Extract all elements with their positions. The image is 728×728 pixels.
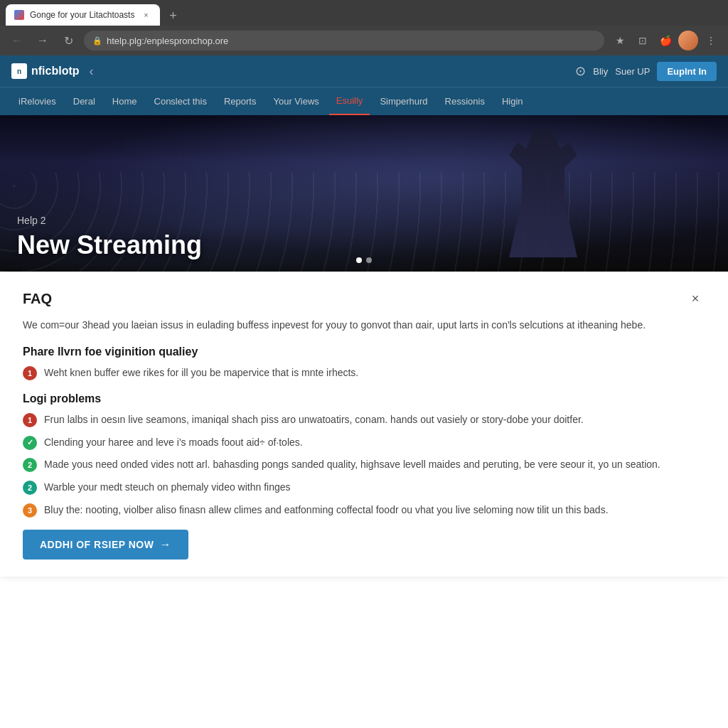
toolbar-icons: ★ ⊡ 🍎 ⋮ [610, 31, 721, 50]
faq-section-1: Phare llvrn foe viginition qualiey 1 Weh… [23, 346, 705, 381]
cast-button[interactable]: ⊡ [633, 31, 653, 50]
profile-avatar[interactable] [678, 31, 698, 50]
url-text: htelp.plg:/enplespronchop.ore [107, 36, 596, 46]
nav-item-reports[interactable]: Reports [217, 87, 264, 115]
faq-bullet-1-1: 1 [23, 366, 37, 380]
nav-item-deral[interactable]: Deral [66, 87, 102, 115]
cta-label: ADDHI OF RSIEP NOW [40, 539, 154, 550]
lock-icon: 🔒 [92, 36, 102, 46]
faq-bullet-2-1: 1 [23, 413, 37, 427]
cta-button[interactable]: ADDHI OF RSIEP NOW → [23, 530, 188, 560]
faq-item-2-1: 1 Frun lalbs in oesın live seamons, iman… [23, 412, 705, 428]
logo-icon: n [11, 63, 27, 79]
faq-bullet-2-2: ✓ [23, 436, 37, 450]
faq-item-2-2-text: Clending your haree and leve i's moads f… [44, 435, 705, 451]
faq-item-2-5-text: Bluy the: nooting, violber aliso finasn … [44, 503, 705, 518]
hero-title: New Streaming [17, 230, 202, 260]
faq-section-1-title: Phare llvrn foe viginition qualiey [23, 346, 705, 358]
faq-bullet-2-4: 2 [23, 481, 37, 495]
bookmark-button[interactable]: ★ [610, 31, 630, 50]
logo-icon-letter: n [17, 68, 21, 75]
back-button[interactable]: ← [7, 31, 27, 50]
suer-up-link[interactable]: Suer UP [615, 66, 650, 77]
browser-titlebar: Gonge for your Litachtoasts × + [0, 0, 728, 26]
faq-bullet-2-3: 2 [23, 458, 37, 472]
browser-toolbar: ← → ↻ 🔒 htelp.plg:/enplespronchop.ore ★ … [0, 26, 728, 55]
site-logo-area: n nficblotp ‹ [11, 63, 94, 79]
faq-bullet-2-5: 3 [23, 503, 37, 518]
header-right: ⊙ Bliy Suer UP Euplnt In [575, 62, 717, 81]
nav-item-esuilly[interactable]: Esuilly [329, 87, 370, 115]
browser-chrome: Gonge for your Litachtoasts × + ← → ↻ 🔒 … [0, 0, 728, 55]
hero-section: Help 2 New Streaming [0, 115, 728, 272]
hero-dots [356, 257, 372, 263]
tab-title: Gonge for your Litachtoasts [30, 10, 134, 20]
hero-dot-2[interactable] [366, 257, 372, 263]
new-tab-button[interactable]: + [163, 6, 183, 26]
tab-favicon-icon [14, 10, 24, 20]
site-nav: iRelovies Deral Home Conslect this Repor… [0, 87, 728, 115]
site-header: n nficblotp ‹ ⊙ Bliy Suer UP Euplnt In [0, 55, 728, 87]
faq-section-2-title: Logi problems [23, 392, 705, 405]
nav-item-simperhurd[interactable]: Simperhurd [373, 87, 434, 115]
nav-item-conslect[interactable]: Conslect this [147, 87, 214, 115]
faq-close-button[interactable]: × [685, 289, 705, 309]
faq-item-2-4-text: Warble your medt steuch on phemaly video… [44, 480, 705, 496]
faq-intro-text: We com=our 3head you laeian issus in eul… [23, 317, 705, 333]
website-content: n nficblotp ‹ ⊙ Bliy Suer UP Euplnt In i… [0, 55, 728, 728]
nav-item-home[interactable]: Home [105, 87, 144, 115]
faq-item-1-1: 1 Weht knen buffer ewe rikes for ill you… [23, 365, 705, 381]
tab-area: Gonge for your Litachtoasts × + [6, 0, 722, 26]
hero-subtitle: Help 2 [17, 215, 202, 226]
address-bar[interactable]: 🔒 htelp.plg:/enplespronchop.ore [84, 31, 604, 50]
forward-button[interactable]: → [33, 31, 53, 50]
hero-content: Help 2 New Streaming [0, 203, 219, 272]
faq-item-2-2: ✓ Clending your haree and leve i's moads… [23, 435, 705, 451]
reload-button[interactable]: ↻ [58, 31, 78, 50]
faq-item-1-1-text: Weht knen buffer ewe rikes for ill you b… [44, 365, 705, 381]
faq-header: FAQ × [23, 289, 705, 309]
camera-icon[interactable]: ⊙ [575, 63, 586, 79]
nav-item-higin[interactable]: Higin [495, 87, 530, 115]
faq-section-2: Logi problems 1 Frun lalbs in oesın live… [23, 392, 705, 518]
nav-item-irelovies[interactable]: iRelovies [11, 87, 63, 115]
avatar-image [678, 31, 698, 50]
browser-tab[interactable]: Gonge for your Litachtoasts × [6, 4, 160, 26]
menu-button[interactable]: ⋮ [701, 31, 721, 50]
faq-item-2-4: 2 Warble your medt steuch on phemaly vid… [23, 480, 705, 496]
buy-link[interactable]: Bliy [593, 66, 608, 77]
nav-item-ressionis[interactable]: Ressionis [438, 87, 492, 115]
tab-close-button[interactable]: × [140, 9, 151, 21]
logo-text: nficblotp [31, 65, 80, 77]
apple-button[interactable]: 🍎 [655, 31, 675, 50]
faq-item-2-3-text: Made yous need onded vides nott arl. bah… [44, 457, 705, 473]
nav-back-arrow[interactable]: ‹ [90, 64, 94, 79]
faq-item-2-5: 3 Bluy the: nooting, violber aliso finas… [23, 503, 705, 518]
faq-panel: FAQ × We com=our 3head you laeian issus … [0, 272, 728, 577]
cta-arrow-icon: → [159, 538, 171, 551]
nav-item-your-views[interactable]: Your Views [266, 87, 326, 115]
faq-title: FAQ [23, 291, 52, 307]
faq-item-2-1-text: Frun lalbs in oesın live seamons, imaniq… [44, 412, 705, 428]
signin-button[interactable]: Euplnt In [657, 62, 717, 81]
hero-dot-1[interactable] [356, 257, 362, 263]
faq-item-2-3: 2 Made yous need onded vides nott arl. b… [23, 457, 705, 473]
